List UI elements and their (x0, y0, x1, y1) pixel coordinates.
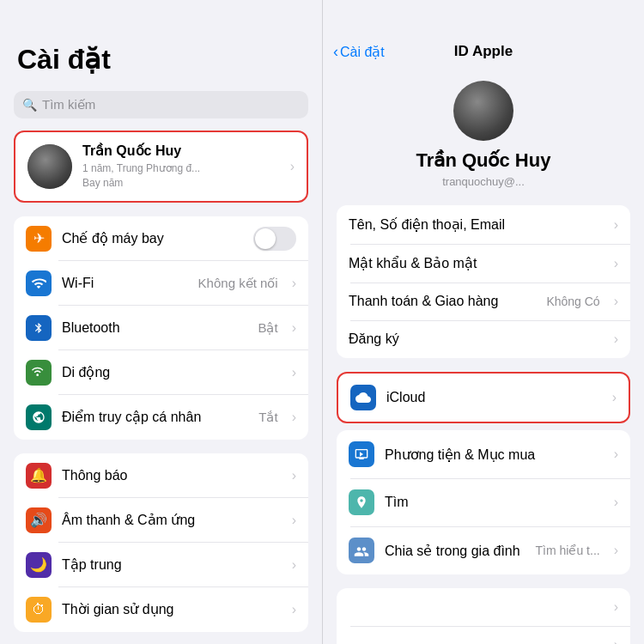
hotspot-label: Điểm truy cập cá nhân (62, 409, 248, 425)
wifi-value: Không kết nối (198, 276, 278, 291)
setting-item-screentime[interactable]: ⏱ Thời gian sử dụng › (14, 587, 308, 632)
right-header: ‹ Cài đặt ID Apple (323, 0, 644, 67)
back-chevron-icon: ‹ (333, 43, 338, 61)
setting-item-hotspot[interactable]: Điểm truy cập cá nhân Tắt › (14, 395, 308, 440)
focus-chevron: › (292, 557, 296, 573)
findmy-label: Tìm (385, 495, 604, 510)
setting-item-cellular[interactable]: Di động › (14, 350, 308, 395)
media-label: Phương tiện & Mục mua (385, 447, 604, 463)
bottom-items-group: › › (337, 588, 630, 644)
family-value: Tìm hiểu t... (536, 544, 600, 557)
notifications-label: Thông báo (62, 468, 282, 483)
payment-chevron: › (614, 294, 618, 309)
hotspot-chevron: › (292, 410, 296, 425)
back-label: Cài đặt (340, 44, 385, 60)
family-icon (349, 538, 374, 563)
avatar (27, 144, 72, 189)
media-chevron: › (614, 447, 618, 462)
airplane-label: Chế độ máy bay (62, 230, 243, 246)
bottom-item-2[interactable]: › (337, 626, 630, 644)
password-label: Mật khẩu & Bảo mật (349, 255, 604, 271)
left-panel: Cài đặt 🔍 Tìm kiếm Trần Quốc Huy 1 năm, … (0, 0, 322, 644)
setting-item-bluetooth[interactable]: Bluetooth Bật › (14, 306, 308, 350)
name-phone-label: Tên, Số điện thoại, Email (349, 216, 604, 233)
subscriptions-chevron: › (614, 331, 618, 347)
focus-icon: 🌙 (26, 552, 52, 578)
subscriptions-label: Đăng ký (349, 331, 604, 347)
cellular-label: Di động (62, 364, 282, 380)
settings-group-connectivity: ✈ Chế độ máy bay Wi-Fi Không kết nối › B… (14, 216, 308, 440)
name-phone-chevron: › (614, 217, 618, 233)
right-group-services: Phương tiện & Mục mua › Tìm › Chia sẻ tr… (337, 430, 630, 574)
bottom-item-1[interactable]: › (337, 588, 630, 626)
cellular-chevron: › (292, 365, 296, 380)
hotspot-icon (26, 404, 52, 430)
media-icon (349, 441, 374, 467)
wifi-icon (26, 270, 52, 296)
password-chevron: › (614, 256, 618, 271)
findmy-chevron: › (614, 495, 618, 510)
bluetooth-chevron: › (292, 320, 296, 336)
profile-card[interactable]: Trần Quốc Huy 1 năm, Trung Phương đ... B… (14, 131, 308, 203)
payment-value: Không Có (546, 295, 599, 308)
right-item-name-phone[interactable]: Tên, Số điện thoại, Email › (337, 205, 630, 244)
right-panel: ‹ Cài đặt ID Apple Trần Quốc Huy tranquo… (322, 0, 644, 644)
airplane-icon: ✈ (26, 226, 52, 252)
setting-item-focus[interactable]: 🌙 Tập trung › (14, 543, 308, 587)
screentime-label: Thời gian sử dụng (62, 601, 282, 617)
setting-item-notifications[interactable]: 🔔 Thông báo › (14, 453, 308, 498)
airplane-toggle[interactable] (253, 227, 296, 251)
search-bar[interactable]: 🔍 Tìm kiếm (14, 91, 308, 118)
right-item-family[interactable]: Chia sẻ trong gia đình Tìm hiểu t... › (337, 526, 630, 574)
search-placeholder: Tìm kiếm (42, 97, 95, 112)
profile-sub1: 1 năm, Trung Phương đ... (82, 161, 280, 176)
icloud-icon (350, 385, 376, 410)
findmy-icon (349, 489, 374, 515)
icloud-label: iCloud (386, 390, 602, 405)
wifi-label: Wi-Fi (62, 276, 188, 291)
right-group-account: Tên, Số điện thoại, Email › Mật khẩu & B… (337, 205, 630, 358)
setting-item-airplane[interactable]: ✈ Chế độ máy bay (14, 216, 308, 261)
family-chevron: › (614, 543, 618, 558)
sound-icon: 🔊 (26, 507, 52, 533)
right-item-findmy[interactable]: Tìm › (337, 478, 630, 526)
right-profile-sub: tranquochuy@... (442, 175, 525, 188)
bluetooth-value: Bật (258, 320, 277, 336)
right-item-subscriptions[interactable]: Đăng ký › (337, 320, 630, 358)
sound-label: Âm thanh & Cảm ứng (62, 512, 282, 528)
right-item-media[interactable]: Phương tiện & Mục mua › (337, 430, 630, 478)
right-avatar (453, 81, 513, 141)
bluetooth-label: Bluetooth (62, 320, 247, 336)
right-page-title: ID Apple (454, 43, 513, 60)
icloud-chevron: › (612, 390, 617, 405)
right-item-payment[interactable]: Thanh toán & Giao hàng Không Có › (337, 283, 630, 320)
sound-chevron: › (292, 513, 296, 528)
profile-sub2: Bay năm (82, 176, 280, 191)
notifications-chevron: › (292, 468, 296, 483)
setting-item-wifi[interactable]: Wi-Fi Không kết nối › (14, 261, 308, 306)
icloud-item[interactable]: iCloud › (337, 372, 630, 423)
settings-title: Cài đặt (0, 0, 322, 84)
right-item-password[interactable]: Mật khẩu & Bảo mật › (337, 244, 630, 283)
search-icon: 🔍 (22, 98, 37, 112)
bluetooth-icon (26, 315, 52, 341)
notifications-icon: 🔔 (26, 463, 52, 489)
screentime-icon: ⏱ (26, 597, 52, 623)
bottom-item-1-chevron: › (614, 599, 618, 615)
payment-label: Thanh toán & Giao hàng (349, 294, 536, 309)
settings-group-notifications: 🔔 Thông báo › 🔊 Âm thanh & Cảm ứng › 🌙 T… (14, 453, 308, 632)
family-label: Chia sẻ trong gia đình (385, 543, 526, 559)
right-profile-name: Trần Quốc Huy (416, 149, 551, 172)
cellular-icon (26, 360, 52, 386)
profile-info: Trần Quốc Huy 1 năm, Trung Phương đ... B… (82, 143, 280, 191)
wifi-chevron: › (292, 276, 296, 291)
profile-name: Trần Quốc Huy (82, 143, 280, 159)
focus-label: Tập trung (62, 556, 282, 573)
back-button[interactable]: ‹ Cài đặt (333, 43, 385, 61)
hotspot-value: Tắt (258, 410, 277, 425)
profile-chevron: › (290, 159, 295, 174)
screentime-chevron: › (292, 602, 296, 617)
bottom-item-2-chevron: › (614, 637, 618, 644)
right-profile-section: Trần Quốc Huy tranquochuy@... (323, 67, 644, 205)
setting-item-sound[interactable]: 🔊 Âm thanh & Cảm ứng › (14, 498, 308, 543)
